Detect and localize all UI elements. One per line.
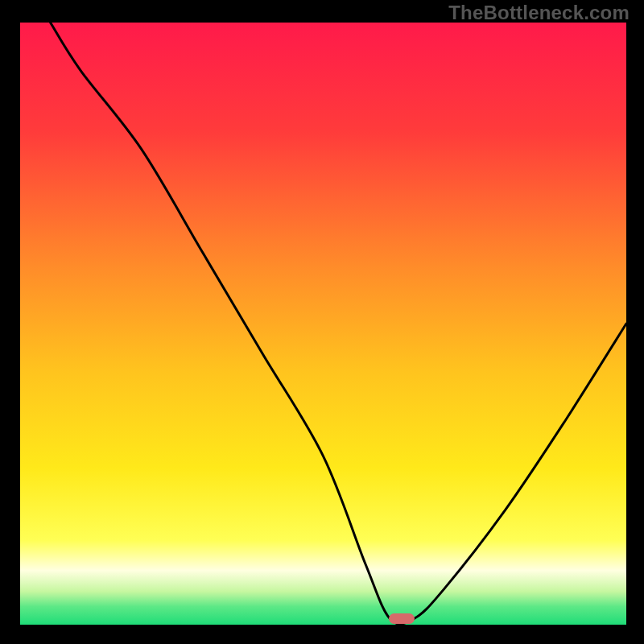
attribution-label: TheBottleneck.com <box>448 2 630 24</box>
chart-frame: TheBottleneck.com <box>0 0 644 644</box>
optimal-marker <box>389 613 415 624</box>
gradient-background <box>20 23 626 625</box>
plot-svg <box>20 23 626 625</box>
plot-area <box>20 23 626 625</box>
